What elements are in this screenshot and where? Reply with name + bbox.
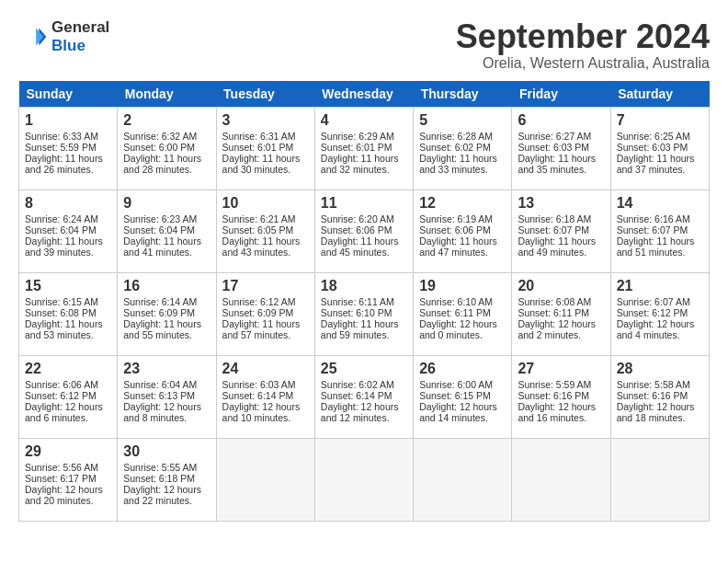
col-saturday: Saturday — [610, 81, 709, 108]
day-23: 23Sunrise: 6:04 AMSunset: 6:13 PMDayligh… — [118, 355, 216, 438]
week-row-4: 22Sunrise: 6:06 AMSunset: 6:12 PMDayligh… — [19, 355, 710, 438]
day-29: 29Sunrise: 5:56 AMSunset: 6:17 PMDayligh… — [19, 438, 118, 521]
day-14: 14Sunrise: 6:16 AMSunset: 6:07 PMDayligh… — [610, 190, 709, 272]
day-17: 17Sunrise: 6:12 AMSunset: 6:09 PMDayligh… — [216, 272, 314, 355]
day-empty — [512, 438, 610, 521]
day-20: 20Sunrise: 6:08 AMSunset: 6:11 PMDayligh… — [512, 272, 610, 355]
day-22: 22Sunrise: 6:06 AMSunset: 6:12 PMDayligh… — [19, 355, 118, 438]
logo: General Blue — [18, 18, 109, 55]
logo-text: General Blue — [51, 18, 109, 55]
page-header: General Blue September 2024 Orelia, West… — [18, 18, 710, 72]
day-25: 25Sunrise: 6:02 AMSunset: 6:14 PMDayligh… — [314, 355, 413, 438]
day-2: 2Sunrise: 6:32 AMSunset: 6:00 PMDaylight… — [118, 107, 216, 190]
day-19: 19Sunrise: 6:10 AMSunset: 6:11 PMDayligh… — [414, 272, 512, 355]
col-wednesday: Wednesday — [314, 81, 413, 108]
day-12: 12Sunrise: 6:19 AMSunset: 6:06 PMDayligh… — [414, 190, 512, 272]
day-18: 18Sunrise: 6:11 AMSunset: 6:10 PMDayligh… — [314, 272, 413, 355]
calendar-subtitle: Orelia, Western Australia, Australia — [456, 55, 710, 72]
week-row-1: 1Sunrise: 6:33 AMSunset: 5:59 PMDaylight… — [19, 107, 710, 190]
calendar-title: September 2024 — [456, 18, 710, 55]
calendar-header: Sunday Monday Tuesday Wednesday Thursday… — [19, 81, 710, 108]
day-empty — [414, 438, 512, 521]
week-row-5: 29Sunrise: 5:56 AMSunset: 6:17 PMDayligh… — [19, 438, 710, 521]
col-sunday: Sunday — [19, 81, 118, 108]
logo-icon — [18, 22, 48, 52]
header-row: Sunday Monday Tuesday Wednesday Thursday… — [19, 81, 710, 108]
col-thursday: Thursday — [414, 81, 512, 108]
day-24: 24Sunrise: 6:03 AMSunset: 6:14 PMDayligh… — [216, 355, 314, 438]
day-21: 21Sunrise: 6:07 AMSunset: 6:12 PMDayligh… — [610, 272, 709, 355]
day-13: 13Sunrise: 6:18 AMSunset: 6:07 PMDayligh… — [512, 190, 610, 272]
week-row-2: 8Sunrise: 6:24 AMSunset: 6:04 PMDaylight… — [19, 190, 710, 272]
logo-general: General — [51, 18, 109, 37]
day-16: 16Sunrise: 6:14 AMSunset: 6:09 PMDayligh… — [118, 272, 216, 355]
day-27: 27Sunrise: 5:59 AMSunset: 6:16 PMDayligh… — [512, 355, 610, 438]
day-8: 8Sunrise: 6:24 AMSunset: 6:04 PMDaylight… — [19, 190, 118, 272]
day-26: 26Sunrise: 6:00 AMSunset: 6:15 PMDayligh… — [414, 355, 512, 438]
day-4: 4Sunrise: 6:29 AMSunset: 6:01 PMDaylight… — [314, 107, 413, 190]
day-10: 10Sunrise: 6:21 AMSunset: 6:05 PMDayligh… — [216, 190, 314, 272]
day-9: 9Sunrise: 6:23 AMSunset: 6:04 PMDaylight… — [118, 190, 216, 272]
day-5: 5Sunrise: 6:28 AMSunset: 6:02 PMDaylight… — [414, 107, 512, 190]
calendar-table: Sunday Monday Tuesday Wednesday Thursday… — [18, 81, 710, 522]
week-row-3: 15Sunrise: 6:15 AMSunset: 6:08 PMDayligh… — [19, 272, 710, 355]
day-1: 1Sunrise: 6:33 AMSunset: 5:59 PMDaylight… — [19, 107, 118, 190]
day-28: 28Sunrise: 5:58 AMSunset: 6:16 PMDayligh… — [610, 355, 709, 438]
day-15: 15Sunrise: 6:15 AMSunset: 6:08 PMDayligh… — [19, 272, 118, 355]
day-6: 6Sunrise: 6:27 AMSunset: 6:03 PMDaylight… — [512, 107, 610, 190]
title-section: September 2024 Orelia, Western Australia… — [456, 18, 710, 72]
col-monday: Monday — [118, 81, 216, 108]
day-3: 3Sunrise: 6:31 AMSunset: 6:01 PMDaylight… — [216, 107, 314, 190]
day-empty — [314, 438, 413, 521]
logo-blue: Blue — [51, 37, 109, 55]
calendar-body: 1Sunrise: 6:33 AMSunset: 5:59 PMDaylight… — [19, 107, 710, 521]
day-empty — [610, 438, 709, 521]
col-tuesday: Tuesday — [216, 81, 314, 108]
day-30: 30Sunrise: 5:55 AMSunset: 6:18 PMDayligh… — [118, 438, 216, 521]
day-empty — [216, 438, 314, 521]
col-friday: Friday — [512, 81, 610, 108]
day-7: 7Sunrise: 6:25 AMSunset: 6:03 PMDaylight… — [610, 107, 709, 190]
day-11: 11Sunrise: 6:20 AMSunset: 6:06 PMDayligh… — [314, 190, 413, 272]
